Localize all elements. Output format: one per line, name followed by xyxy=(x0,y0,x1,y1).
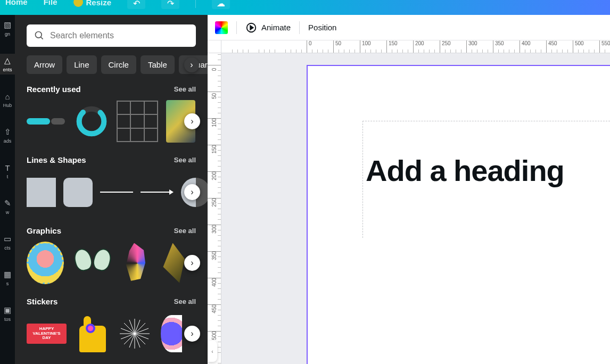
chip-circle[interactable]: Circle xyxy=(101,55,136,74)
canvas-toolbar: Animate Position xyxy=(208,15,610,40)
animate-button[interactable]: Animate xyxy=(245,22,291,34)
nav-uploads[interactable]: ⇧ads xyxy=(0,125,15,146)
chip-arrow[interactable]: Arrow xyxy=(27,55,62,74)
nav-hub[interactable]: ⌂Hub xyxy=(0,89,15,110)
text-icon: T xyxy=(3,163,12,172)
vertical-ruler: 050100150200250300350400450500 xyxy=(208,53,221,364)
nav-draw[interactable]: ✎w xyxy=(0,196,15,217)
elements-panel: Arrow Line Circle Table Square › Recentl… xyxy=(15,15,208,364)
elements-icon: △ xyxy=(3,56,12,65)
undo-button[interactable]: ↶ xyxy=(127,0,145,9)
filter-chips: Arrow Line Circle Table Square › xyxy=(15,55,208,74)
nav-apps[interactable]: ▦s xyxy=(0,268,15,288)
panel-collapse-button[interactable]: ‹ xyxy=(208,341,217,362)
position-label: Position xyxy=(308,23,336,32)
animate-icon xyxy=(245,22,257,34)
chip-line[interactable]: Line xyxy=(67,55,96,74)
shape-arrow-line[interactable] xyxy=(141,189,174,195)
element-progress-bar[interactable] xyxy=(27,111,67,132)
cloud-sync-icon[interactable]: ☁ xyxy=(212,0,230,9)
section-title: Stickers xyxy=(27,297,57,306)
draw-icon: ✎ xyxy=(3,198,12,208)
design-icon: ▧ xyxy=(3,20,12,30)
lines-scroll-right[interactable]: › xyxy=(184,184,200,200)
shape-square[interactable] xyxy=(27,178,56,207)
projects-icon: ▭ xyxy=(3,234,12,244)
section-stickers: Stickers See all HAPPY VALENTINE'S DAY › xyxy=(15,297,208,355)
lines-see-all[interactable]: See all xyxy=(174,156,196,164)
ruler-corner xyxy=(208,40,221,53)
nav-elements[interactable]: △ents xyxy=(0,54,15,75)
sticker-flower[interactable] xyxy=(161,315,182,352)
graphics-scroll-right[interactable]: › xyxy=(184,255,200,271)
text-frame[interactable]: Add a heading xyxy=(362,121,610,238)
nav-label: s xyxy=(6,281,9,286)
nav-label: ads xyxy=(4,138,12,144)
nav-label: w xyxy=(6,210,10,215)
uploads-icon: ⇧ xyxy=(3,127,12,137)
sticker-sparkle[interactable] xyxy=(116,315,153,352)
section-title: Graphics xyxy=(27,226,61,235)
apps-icon: ▦ xyxy=(3,270,12,279)
nav-projects[interactable]: ▭cts xyxy=(0,232,15,253)
design-page[interactable]: Add a heading xyxy=(307,65,610,364)
section-title: Recently used xyxy=(27,85,81,94)
heading-text[interactable]: Add a heading xyxy=(366,153,610,188)
sticker-valentines[interactable]: HAPPY VALENTINE'S DAY xyxy=(27,315,67,352)
nav-design[interactable]: ▧gn xyxy=(0,18,15,39)
position-button[interactable]: Position xyxy=(308,23,336,32)
topbar-file[interactable]: File xyxy=(44,0,57,6)
topbar-resize[interactable]: Resize xyxy=(73,0,112,7)
nav-label: ents xyxy=(3,67,12,72)
recent-see-all[interactable]: See all xyxy=(174,85,196,93)
nav-text[interactable]: Tt xyxy=(0,161,15,181)
svg-marker-13 xyxy=(250,26,253,29)
graphic-stamp[interactable] xyxy=(27,242,64,284)
chips-scroll-right[interactable]: › xyxy=(184,57,199,72)
left-nav: ▧gn △ents ⌂Hub ⇧ads Tt ✎w ▭cts ▦s ▣tos xyxy=(0,15,15,364)
crown-icon xyxy=(73,0,83,7)
nav-photos[interactable]: ▣tos xyxy=(0,303,15,324)
app-topbar: Home File Resize ↶ ↷ ☁ xyxy=(0,0,610,15)
element-grid-table[interactable] xyxy=(116,100,159,143)
shape-rounded-square[interactable] xyxy=(63,178,93,207)
search-elements[interactable] xyxy=(27,24,196,47)
shape-line[interactable] xyxy=(100,192,133,193)
nav-label: Hub xyxy=(3,103,12,108)
graphics-see-all[interactable]: See all xyxy=(174,227,196,235)
nav-label: t xyxy=(7,174,9,179)
graphic-star[interactable] xyxy=(161,243,185,283)
redo-button[interactable]: ↷ xyxy=(161,0,179,9)
search-input[interactable] xyxy=(50,31,188,40)
section-lines-shapes: Lines & Shapes See all › xyxy=(15,155,208,213)
photos-icon: ▣ xyxy=(3,305,12,315)
hub-icon: ⌂ xyxy=(3,92,12,101)
section-title: Lines & Shapes xyxy=(27,155,86,164)
topbar-resize-label: Resize xyxy=(86,0,112,7)
animate-label: Animate xyxy=(261,23,291,32)
element-donut-chart[interactable] xyxy=(74,104,109,139)
topbar-home[interactable]: Home xyxy=(5,0,28,6)
nav-label: gn xyxy=(5,31,10,37)
toolbar-divider xyxy=(236,21,237,34)
nav-label: cts xyxy=(4,245,11,251)
toolbar-divider xyxy=(299,21,300,34)
canvas-area[interactable]: Add a heading xyxy=(221,53,610,364)
recent-scroll-right[interactable]: › xyxy=(184,113,200,129)
svg-line-1 xyxy=(41,37,43,39)
topbar-divider xyxy=(195,0,196,8)
chip-table[interactable]: Table xyxy=(141,55,175,74)
color-picker-button[interactable] xyxy=(215,21,228,34)
sticker-text: HAPPY VALENTINE'S DAY xyxy=(27,324,67,344)
graphic-thumbs-up[interactable] xyxy=(121,243,153,283)
search-icon xyxy=(34,30,45,41)
stickers-scroll-right[interactable]: › xyxy=(184,326,200,342)
nav-label: tos xyxy=(4,317,11,322)
graphic-plants[interactable] xyxy=(71,244,114,282)
stickers-see-all[interactable]: See all xyxy=(174,297,196,305)
sticker-pointer-hand[interactable] xyxy=(74,315,109,352)
horizontal-ruler: 050100150200250300350400450500550600 xyxy=(221,40,610,53)
section-recent: Recently used See all › xyxy=(15,85,208,143)
svg-point-0 xyxy=(36,32,42,38)
section-graphics: Graphics See all › xyxy=(15,226,208,284)
